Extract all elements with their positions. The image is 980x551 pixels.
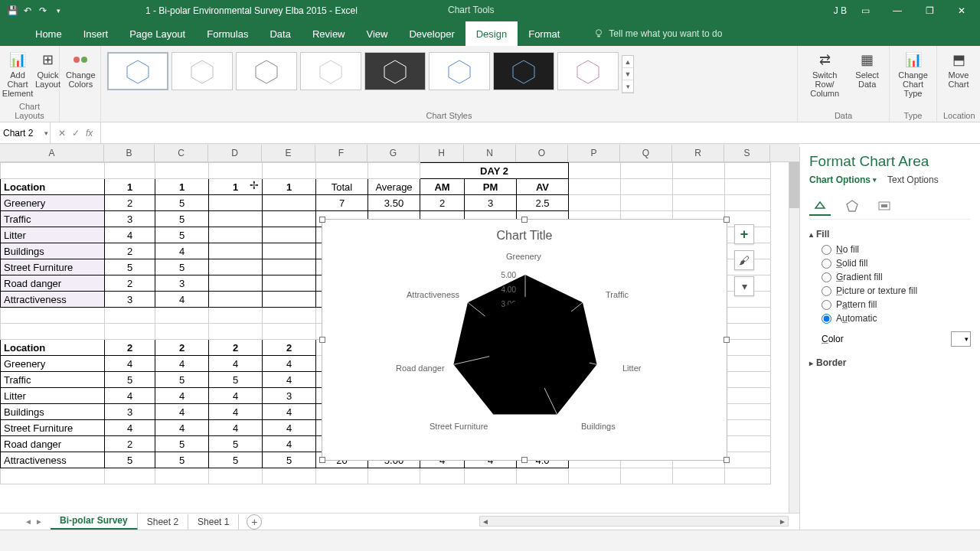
tab-design[interactable]: Design xyxy=(466,21,518,46)
formula-bar: Chart 2▾ ✕ ✓ fx xyxy=(0,122,980,144)
select-data-icon: ▦ xyxy=(855,49,880,70)
sheet-tab-1[interactable]: Sheet 1 xyxy=(188,514,239,530)
chart-styles-button[interactable]: 🖌 xyxy=(734,250,754,270)
tab-insert[interactable]: Insert xyxy=(73,21,119,46)
text-options-tab[interactable]: Text Options xyxy=(887,174,939,185)
svg-marker-3 xyxy=(256,60,277,83)
new-sheet-button[interactable]: + xyxy=(247,514,262,530)
svg-rect-24 xyxy=(881,204,887,207)
quick-layout-button[interactable]: ⊞Quick Layout xyxy=(35,49,60,89)
chart-style-3[interactable] xyxy=(236,52,297,90)
title-bar: 💾 ↶ ↷ ▾ 1 - Bi-polar Environmental Surve… xyxy=(0,0,980,21)
save-icon[interactable]: 💾 xyxy=(6,5,18,17)
chart-title[interactable]: Chart Title xyxy=(322,229,727,243)
svg-point-0 xyxy=(596,30,602,35)
fill-picture[interactable]: Picture or texture fill xyxy=(822,285,971,296)
chart-style-2[interactable] xyxy=(172,52,233,90)
svg-text:5.00: 5.00 xyxy=(501,271,517,279)
svg-marker-5 xyxy=(384,60,406,83)
tab-review[interactable]: Review xyxy=(302,21,356,46)
tab-data[interactable]: Data xyxy=(259,21,301,46)
group-label: Type xyxy=(896,111,930,122)
column-headers[interactable]: A B C D E F G H N O P Q R S xyxy=(0,144,799,162)
tab-developer[interactable]: Developer xyxy=(398,21,465,46)
sheet-nav-next[interactable]: ► xyxy=(34,517,44,526)
horizontal-scrollbar[interactable]: ◄► xyxy=(479,516,789,527)
vertical-scrollbar[interactable] xyxy=(789,162,799,514)
chart-filter-button[interactable]: ▾ xyxy=(734,276,754,296)
fill-solid[interactable]: Solid fill xyxy=(822,258,971,269)
fill-pattern[interactable]: Pattern fill xyxy=(822,299,971,310)
sheet-tab-active[interactable]: Bi-polar Survey xyxy=(51,513,138,530)
fill-section-header[interactable]: ▴Fill xyxy=(809,229,971,240)
effects-icon[interactable] xyxy=(841,196,863,216)
bulb-icon xyxy=(593,28,604,39)
document-title: 1 - Bi-polar Environmental Survey Elba 2… xyxy=(145,5,358,16)
svg-marker-1 xyxy=(127,60,149,83)
border-section-header[interactable]: ▸Border xyxy=(809,357,971,368)
fill-color-picker[interactable]: ▾ xyxy=(951,331,971,347)
fx-icon[interactable]: fx xyxy=(86,128,93,139)
ribbon: 📊Add Chart Element ⊞Quick Layout Chart L… xyxy=(0,46,980,122)
change-colors-button[interactable]: Change Colors xyxy=(66,49,96,89)
svg-marker-22 xyxy=(847,201,858,211)
sheet-tabs: ◄ ► Bi-polar Survey Sheet 2 Sheet 1 + ◄► xyxy=(0,513,799,530)
chart-style-7[interactable] xyxy=(493,52,554,90)
switch-row-column-button[interactable]: ⇄Switch Row/ Column xyxy=(804,49,845,98)
cancel-formula-icon[interactable]: ✕ xyxy=(58,128,66,139)
enter-formula-icon[interactable]: ✓ xyxy=(72,128,80,139)
gallery-scroll[interactable]: ▲▼▾ xyxy=(622,55,634,93)
chart-style-gallery: ▲▼▾ xyxy=(107,49,791,111)
redo-icon[interactable]: ↷ xyxy=(37,5,49,17)
select-data-button[interactable]: ▦Select Data xyxy=(851,49,883,89)
add-chart-element-icon: 📊 xyxy=(5,49,30,70)
fill-line-icon[interactable] xyxy=(809,196,831,216)
add-chart-element-button[interactable]: 📊Add Chart Element xyxy=(6,49,29,98)
chart-style-4[interactable] xyxy=(300,52,361,90)
tab-formulas[interactable]: Formulas xyxy=(196,21,259,46)
svg-marker-2 xyxy=(191,60,213,83)
quick-layout-icon: ⊞ xyxy=(36,49,60,70)
svg-text:4.00: 4.00 xyxy=(501,285,517,294)
tab-page-layout[interactable]: Page Layout xyxy=(119,21,196,46)
qat-dropdown-icon[interactable]: ▾ xyxy=(52,5,64,17)
format-pane-title: Format Chart Area xyxy=(809,153,971,170)
size-properties-icon[interactable] xyxy=(874,196,895,216)
fill-nofill[interactable]: No fill xyxy=(822,244,971,255)
move-chart-button[interactable]: ⬒Move Chart xyxy=(943,49,974,89)
tell-me-search[interactable]: Tell me what you want to do xyxy=(593,21,722,46)
svg-marker-4 xyxy=(320,60,341,83)
chart-elements-button[interactable]: + xyxy=(734,224,754,244)
chart-style-5[interactable] xyxy=(364,52,426,90)
minimize-button[interactable]: — xyxy=(884,2,911,20)
tab-view[interactable]: View xyxy=(356,21,399,46)
undo-icon[interactable]: ↶ xyxy=(21,5,34,17)
user-name[interactable]: J B xyxy=(834,5,847,16)
group-label: Chart Layouts xyxy=(6,102,53,122)
close-button[interactable]: ✕ xyxy=(948,2,975,20)
contextual-tab-label: Chart Tools xyxy=(448,5,494,15)
chart-object[interactable]: Chart Title 0.001.002.003.004.005.00 Gre… xyxy=(322,219,727,461)
chart-style-6[interactable] xyxy=(429,52,490,90)
change-chart-type-icon: 📊 xyxy=(901,49,926,70)
restore-button[interactable]: ❐ xyxy=(916,2,943,20)
sheet-nav-prev[interactable]: ◄ xyxy=(23,517,34,526)
sheet-tab-2[interactable]: Sheet 2 xyxy=(138,514,188,530)
chart-style-8[interactable] xyxy=(557,52,619,90)
change-chart-type-button[interactable]: 📊Change Chart Type xyxy=(896,49,930,98)
group-label: Location xyxy=(943,111,974,122)
fill-gradient[interactable]: Gradient fill xyxy=(822,272,971,282)
chart-style-1[interactable] xyxy=(107,52,168,90)
svg-marker-7 xyxy=(513,60,534,83)
name-box[interactable]: Chart 2▾ xyxy=(0,122,51,143)
group-label: Data xyxy=(804,111,883,122)
tab-home[interactable]: Home xyxy=(24,21,73,46)
move-chart-icon: ⬒ xyxy=(946,49,971,70)
change-colors-icon xyxy=(68,49,93,70)
tab-format[interactable]: Format xyxy=(518,21,570,46)
chart-options-tab[interactable]: Chart Options▾ xyxy=(809,174,877,185)
ribbon-display-icon[interactable]: ▭ xyxy=(851,2,879,20)
fill-automatic[interactable]: Automatic xyxy=(822,313,971,324)
radar-plot: 0.001.002.003.004.005.00 Greenery Traffi… xyxy=(384,255,667,454)
status-bar xyxy=(0,530,980,551)
